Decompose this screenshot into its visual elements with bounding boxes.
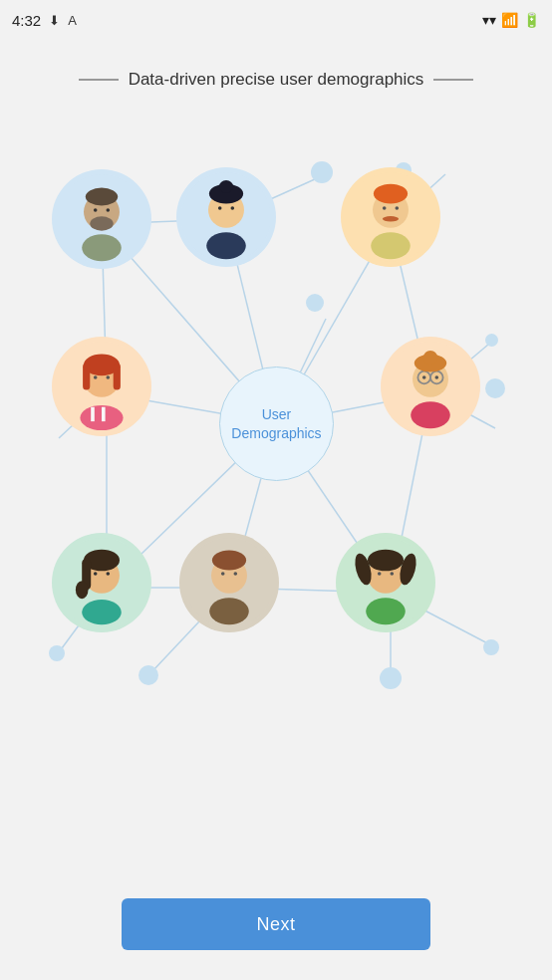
avatar-top-center bbox=[176, 167, 276, 267]
avatar-bot-left bbox=[52, 533, 151, 632]
wifi-icon: ▾▾ bbox=[482, 12, 496, 28]
avatar-top-left bbox=[52, 169, 151, 269]
avatar-mid-right bbox=[381, 337, 480, 436]
heading-row: Data-driven precise user demographics bbox=[20, 70, 532, 90]
avatar-bot-center bbox=[179, 533, 279, 632]
svg-point-77 bbox=[212, 551, 246, 571]
svg-point-64 bbox=[422, 375, 426, 379]
svg-point-29 bbox=[86, 188, 118, 206]
svg-point-26 bbox=[82, 234, 122, 261]
battery-icon: 🔋 bbox=[523, 12, 540, 28]
main-content: Data-driven precise user demographics bbox=[0, 40, 552, 757]
heading-line-left bbox=[79, 79, 119, 81]
status-time: 4:32 bbox=[12, 12, 41, 29]
svg-point-42 bbox=[383, 216, 399, 221]
font-icon: A bbox=[68, 13, 77, 28]
svg-point-81 bbox=[366, 598, 406, 624]
svg-point-55 bbox=[107, 375, 111, 379]
dot-3 bbox=[306, 294, 324, 312]
svg-point-72 bbox=[94, 572, 98, 576]
status-right: ▾▾ 📶 🔋 bbox=[482, 12, 540, 28]
heading-line-right bbox=[433, 79, 473, 81]
svg-point-38 bbox=[231, 206, 235, 210]
svg-point-57 bbox=[411, 401, 450, 428]
svg-rect-53 bbox=[114, 364, 121, 390]
svg-rect-49 bbox=[102, 407, 106, 421]
svg-point-86 bbox=[378, 572, 382, 576]
svg-point-31 bbox=[107, 208, 111, 212]
svg-point-36 bbox=[219, 180, 233, 193]
next-button[interactable]: Next bbox=[122, 898, 430, 950]
avatar-bot-right bbox=[336, 533, 435, 632]
avatar-mid-left bbox=[52, 337, 151, 436]
diagram-container: UserDemographics bbox=[17, 120, 535, 737]
svg-point-79 bbox=[234, 572, 238, 576]
svg-point-43 bbox=[374, 184, 408, 204]
svg-rect-52 bbox=[83, 364, 90, 390]
svg-point-78 bbox=[221, 572, 225, 576]
svg-point-63 bbox=[423, 351, 437, 365]
dot-10 bbox=[483, 639, 499, 655]
svg-point-33 bbox=[206, 232, 246, 259]
dot-1 bbox=[311, 161, 333, 183]
download-icon: ⬇ bbox=[49, 13, 60, 28]
center-node: UserDemographics bbox=[219, 367, 334, 481]
svg-rect-48 bbox=[91, 407, 95, 421]
svg-point-54 bbox=[94, 375, 98, 379]
svg-point-28 bbox=[90, 216, 113, 230]
svg-point-44 bbox=[383, 206, 387, 210]
svg-point-87 bbox=[391, 572, 395, 576]
page-heading: Data-driven precise user demographics bbox=[129, 70, 424, 90]
signal-icon: 📶 bbox=[501, 12, 518, 28]
svg-point-75 bbox=[209, 598, 249, 624]
svg-point-67 bbox=[82, 600, 122, 624]
svg-point-30 bbox=[94, 208, 98, 212]
avatar-top-right bbox=[341, 167, 440, 267]
svg-point-37 bbox=[218, 206, 222, 210]
dot-7 bbox=[49, 645, 65, 661]
svg-point-71 bbox=[76, 581, 89, 599]
next-button-container: Next bbox=[122, 898, 430, 950]
svg-point-65 bbox=[435, 375, 439, 379]
dot-5 bbox=[485, 378, 505, 398]
status-left: 4:32 ⬇ A bbox=[12, 12, 77, 29]
svg-point-83 bbox=[368, 550, 404, 572]
status-bar: 4:32 ⬇ A ▾▾ 📶 🔋 bbox=[0, 0, 552, 40]
dot-8 bbox=[138, 665, 158, 685]
dot-9 bbox=[380, 667, 402, 689]
dot-6 bbox=[485, 334, 498, 347]
svg-point-73 bbox=[107, 572, 111, 576]
svg-point-40 bbox=[371, 232, 411, 259]
center-node-text: UserDemographics bbox=[231, 405, 321, 441]
svg-point-45 bbox=[396, 206, 400, 210]
